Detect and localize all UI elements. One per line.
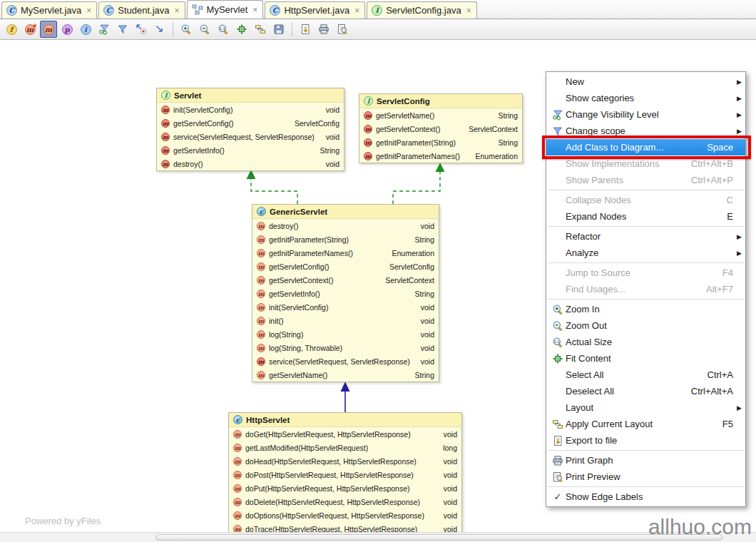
show-methods-button[interactable]: m — [40, 21, 57, 38]
method-row: mdoDelete(HttpServletRequest, HttpServle… — [229, 495, 461, 508]
apply-current-layout-button[interactable] — [252, 21, 269, 38]
funnel-glasses-icon-menu — [552, 109, 563, 121]
menu-item-label: Fit Content — [566, 353, 611, 364]
layout-icon — [255, 24, 266, 35]
zoom-out-icon — [199, 24, 210, 35]
print-graph-button[interactable] — [315, 21, 332, 38]
menu-item-label: Show Implementations — [566, 158, 660, 169]
class-node-servlet-config[interactable]: IServletConfigmgetServletName()Stringmge… — [359, 93, 523, 163]
printer-icon-menu — [552, 455, 563, 466]
export-to-file-button[interactable] — [297, 21, 314, 38]
method-row: mgetServletContext()ServletContext — [252, 273, 439, 287]
menu-item-analyze[interactable]: Analyze — [546, 245, 745, 261]
toolbar-separator — [292, 22, 292, 36]
tab-httpservlet-java[interactable]: CHttpServlet.java — [265, 1, 365, 19]
method-icon: m — [257, 262, 265, 271]
menu-item-fit-content[interactable]: Fit Content — [546, 350, 745, 367]
close-icon[interactable] — [466, 6, 471, 15]
show-constructors-button[interactable]: m✶ — [21, 21, 39, 38]
change-scope-button[interactable] — [114, 21, 131, 38]
menu-item-add-class-to-diagram[interactable]: Add Class to Diagram...Space — [546, 139, 745, 155]
class-node-http-servlet[interactable]: cHttpServletmdoGet(HttpServletRequest, H… — [228, 412, 462, 536]
menu-item-refactor[interactable]: Refactor — [546, 228, 745, 245]
method-name: destroy() — [269, 222, 417, 230]
class-name: Servlet — [174, 91, 201, 100]
method-name: getInitParameterNames() — [269, 249, 388, 257]
close-icon[interactable] — [175, 6, 180, 15]
save-diagram-button[interactable] — [270, 21, 287, 38]
method-row: mgetServletContext()ServletContext — [359, 122, 522, 136]
fit-content-button[interactable] — [233, 21, 250, 38]
submenu-arrow-icon — [733, 404, 742, 411]
menu-item-zoom-in[interactable]: Zoom In — [546, 301, 745, 317]
tab-myservlet-java[interactable]: CMyServlet.java — [1, 1, 97, 19]
menu-item-change-scope[interactable]: Change scope — [546, 123, 745, 139]
horizontal-scrollbar-thumb[interactable] — [155, 534, 722, 541]
menu-item-label: New — [566, 76, 584, 87]
tab-student-java[interactable]: CStudent.java — [98, 1, 185, 19]
class-node-servlet[interactable]: IServletminit(ServletConfig)voidmgetServ… — [156, 88, 344, 171]
submenu-arrow-icon — [733, 233, 742, 240]
method-return-type: void — [444, 430, 457, 439]
method-name: doOptions(HttpServletRequest, HttpServle… — [245, 511, 440, 520]
menu-item-select-all[interactable]: Select AllCtrl+A — [546, 367, 745, 383]
export-icon — [300, 24, 311, 35]
show-fields-button[interactable]: f — [3, 21, 20, 38]
zoom-out-button[interactable] — [196, 21, 213, 38]
circle-m-icon: m — [44, 24, 54, 35]
method-icon: m — [161, 106, 170, 114]
method-row: mservice(ServletRequest, ServletResponse… — [157, 130, 344, 143]
menu-item-label: Change Visibility Level — [566, 109, 659, 120]
actual-size-button[interactable]: 1:1 — [215, 21, 232, 38]
method-icon: m — [364, 138, 372, 147]
close-icon[interactable] — [86, 6, 91, 15]
close-icon[interactable] — [354, 6, 359, 15]
method-row: mdoPost(HttpServletRequest, HttpServletR… — [229, 468, 461, 481]
class-header-generic-servlet: cGenericServlet — [252, 205, 439, 219]
menu-item-show-categories[interactable]: Show categories — [546, 90, 745, 106]
change-visibility-level-button[interactable] — [96, 21, 113, 38]
menu-item-actual-size[interactable]: 1:1Actual Size — [546, 334, 745, 350]
zoom-out-icon-menu — [552, 320, 563, 332]
method-icon: m — [233, 511, 242, 520]
show-properties-button[interactable]: p — [58, 21, 76, 38]
show-inner-classes-button[interactable]: i — [77, 21, 94, 38]
menu-item-deselect-all[interactable]: Deselect AllCtrl+Alt+A — [546, 383, 745, 399]
print-preview-button[interactable] — [334, 21, 351, 38]
zoom-in-button[interactable] — [178, 21, 195, 38]
method-name: doPost(HttpServletRequest, HttpServletRe… — [245, 471, 440, 479]
menu-item-export-to-file[interactable]: Export to file — [546, 432, 745, 449]
method-return-type: Enumeration — [475, 152, 518, 160]
close-icon[interactable] — [252, 6, 257, 14]
menu-item-print-preview[interactable]: Print Preview — [546, 469, 745, 485]
menu-item-apply-current-layout[interactable]: Apply Current LayoutF5 — [546, 416, 745, 432]
method-icon: m — [364, 125, 372, 133]
menu-item-show-edge-labels[interactable]: Show Edge Labels — [546, 489, 745, 505]
menu-item-label: Zoom In — [566, 304, 600, 315]
menu-separator — [548, 190, 744, 190]
method-name: getInitParameterNames() — [376, 152, 471, 160]
funnel-icon — [117, 24, 128, 35]
method-icon: m — [257, 330, 265, 339]
tab-servletconfig-java[interactable]: IServletConfig.java — [367, 1, 477, 19]
class-node-generic-servlet[interactable]: cGenericServletmdestroy()voidmgetInitPar… — [252, 204, 439, 382]
scroll-mode-button[interactable] — [151, 21, 168, 38]
menu-item-zoom-out[interactable]: Zoom Out — [546, 317, 745, 334]
java-class-icon: C — [6, 5, 17, 16]
method-row: mgetServletConfig()ServletConfig — [157, 116, 344, 130]
menu-item-layout[interactable]: Layout — [546, 399, 745, 416]
method-name: getServletConfig() — [173, 119, 291, 128]
zoom-actual-icon: 1:1 — [550, 337, 566, 348]
menu-item-print-graph[interactable]: Print Graph — [546, 452, 745, 469]
menu-item-shortcut: Ctrl+Alt+P — [681, 175, 733, 185]
zoom-in-icon — [550, 304, 566, 315]
menu-item-new[interactable]: New — [546, 73, 745, 90]
zoom-to-region-button[interactable] — [133, 21, 150, 38]
menu-item-change-visibility-level[interactable]: Change Visibility Level — [546, 106, 745, 123]
method-return-type: void — [444, 511, 457, 520]
menu-item-label: Analyze — [566, 247, 598, 258]
menu-item-expand-nodes[interactable]: Expand NodesE — [546, 208, 745, 225]
tab-myservlet[interactable]: MyServlet — [187, 0, 264, 19]
zoom-actual-icon: 1:1 — [218, 24, 229, 35]
horizontal-scrollbar[interactable] — [0, 532, 756, 542]
